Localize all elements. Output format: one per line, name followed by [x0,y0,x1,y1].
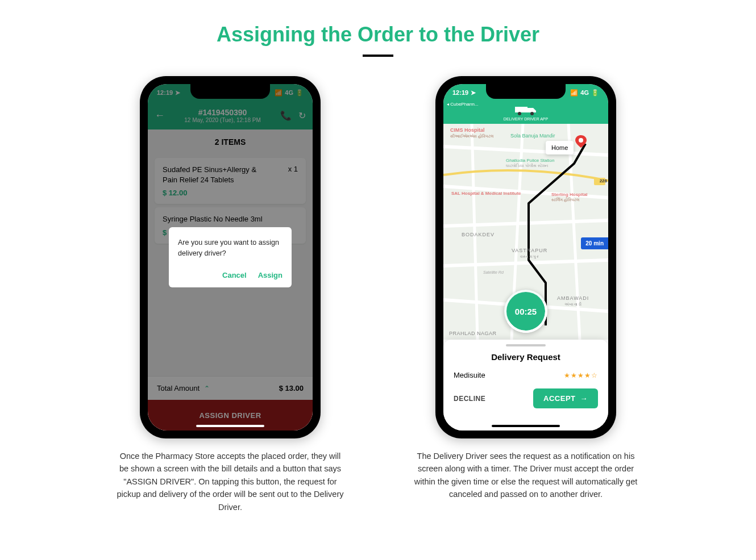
sheet-handle[interactable] [506,344,546,346]
battery-icon: 🔋 [591,89,599,97]
accept-button[interactable]: ACCEPT → [533,388,598,408]
map-poi-cims: CIMS Hospitalસીઆઈએમએસ હોસ્પિટલ [450,127,493,139]
assign-button[interactable]: Assign [258,271,283,279]
phones-row: 12:19 ➤ 📶 4G 🔋 ← #1419450390 12 May, 202… [0,76,756,513]
map-view[interactable]: Home CIMS Hospitalસીઆઈએમએસ હોસ્પિટલ Sola… [443,124,608,340]
title-underline [363,55,393,57]
map-area-bodakdev: BODAKDEV [462,232,495,237]
bottom-sheet[interactable]: Delivery Request Medisuite ★★★★☆ DECLINE… [443,340,608,431]
phone-screen: 12:19 ➤ 📶 4G 🔋 ← #1419450390 12 May, 202… [148,84,313,431]
map-poi-ghatlodia: Ghatlodia Police Stationઘાટલોડિયા પોલીસ … [506,158,554,168]
phone-block-driver: 12:19 ➤ 📶 4G 🔋 ◂ CubePharm... DELIVERY D… [412,76,639,513]
svg-point-1 [518,112,521,115]
status-time: 12:19 [452,89,468,96]
phone-frame: 12:19 ➤ 📶 4G 🔋 ◂ CubePharm... DELIVERY D… [435,76,616,438]
page-title: Assigning the Order to the Driver [0,23,756,47]
cancel-button[interactable]: Cancel [222,271,247,279]
timer-circle: 00:25 [504,290,547,333]
svg-rect-0 [515,107,527,112]
map-poi-sal: SAL Hospital & Medical Institute [451,191,521,196]
dialog-message: Are you sure you want to assign delivery… [178,237,283,259]
notch [190,84,270,99]
map-route-228: 228 [600,178,607,183]
eta-badge: 20 min [581,237,608,249]
map-area-ambawadi: AMBAWADIઅંબાવાડી [557,295,589,307]
truck-icon [513,105,539,116]
app-name-label: DELIVERY DRIVER APP [504,117,548,121]
home-indicator[interactable] [492,425,560,427]
modal-overlay: Are you sure you want to assign delivery… [148,84,313,431]
phone-block-pharmacy: 12:19 ➤ 📶 4G 🔋 ← #1419450390 12 May, 202… [117,76,344,513]
svg-point-2 [530,112,534,115]
pharmacy-name: Medisuite [454,371,485,379]
map-poi-sterling: Sterling Hospitalસ્ટર્લિંગ હોસ્પિટલ [551,192,588,202]
phone-frame: 12:19 ➤ 📶 4G 🔋 ← #1419450390 12 May, 202… [140,76,321,438]
breadcrumb[interactable]: ◂ CubePharm... [447,102,479,107]
sheet-title: Delivery Request [443,352,608,362]
map-area-vastrapur: VASTRAPURવસ્ત્રાપુર [512,248,547,259]
arrow-right-icon: → [580,394,588,403]
home-indicator[interactable] [196,425,264,427]
destination-pin-icon [575,135,587,148]
location-icon: ➤ [471,89,476,97]
caption-driver: The Delivery Driver sees the request as … [412,450,639,501]
phone-screen: 12:19 ➤ 📶 4G 🔋 ◂ CubePharm... DELIVERY D… [443,84,608,431]
map-road-satellite: Satellite Rd [483,270,504,274]
accept-label: ACCEPT [543,394,575,403]
svg-point-5 [579,138,583,143]
rating-stars: ★★★★☆ [564,371,598,379]
network-label: 4G [580,89,589,96]
map-poi-sola: Sola Banuja Mandir [510,133,555,139]
notch [486,84,566,99]
confirm-dialog: Are you sure you want to assign delivery… [169,227,292,288]
map-area-prahlad: PRAHLAD NAGAR [449,331,497,336]
decline-button[interactable]: DECLINE [454,395,485,403]
caption-pharmacy: Once the Pharmacy Store accepts the plac… [117,450,344,513]
signal-icon: 📶 [570,89,578,97]
map-callout-home: Home [546,141,574,154]
